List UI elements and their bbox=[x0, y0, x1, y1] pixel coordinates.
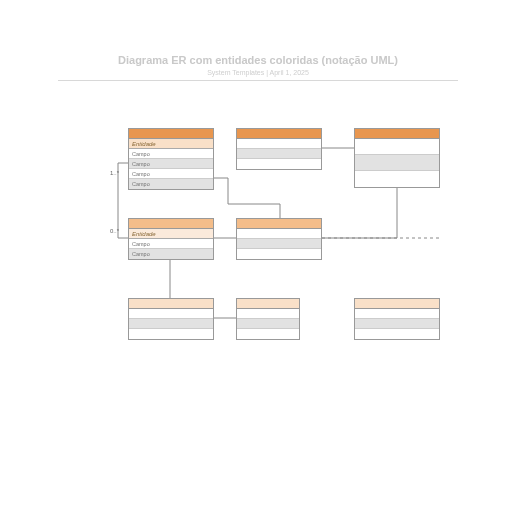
entity-header bbox=[129, 299, 213, 309]
entity-box-2[interactable] bbox=[236, 128, 322, 170]
entity-box-5[interactable] bbox=[236, 218, 322, 260]
entity-header bbox=[129, 129, 213, 139]
entity-field bbox=[129, 329, 213, 339]
entity-box-4[interactable]: Entidade Campo Campo bbox=[128, 218, 214, 260]
entity-box-1[interactable]: Entidade Campo Campo Campo Campo bbox=[128, 128, 214, 190]
entity-box-7[interactable] bbox=[236, 298, 300, 340]
entity-header bbox=[355, 299, 439, 309]
entity-field: Campo bbox=[129, 159, 213, 169]
entity-header bbox=[129, 219, 213, 229]
entity-field bbox=[237, 149, 321, 159]
entity-field bbox=[355, 309, 439, 319]
entity-field bbox=[237, 329, 299, 339]
entity-box-6[interactable] bbox=[128, 298, 214, 340]
entity-field: Campo bbox=[129, 169, 213, 179]
multiplicity-label: 1..* bbox=[110, 170, 119, 176]
entity-field bbox=[237, 239, 321, 249]
entity-name: Entidade bbox=[129, 139, 213, 149]
multiplicity-label: 0..* bbox=[110, 228, 119, 234]
entity-field bbox=[237, 319, 299, 329]
entity-header bbox=[237, 129, 321, 139]
entity-header bbox=[355, 129, 439, 139]
entity-field: Campo bbox=[129, 149, 213, 159]
entity-header bbox=[237, 219, 321, 229]
entity-field bbox=[237, 159, 321, 169]
entity-field bbox=[237, 309, 299, 319]
entity-field bbox=[237, 139, 321, 149]
diagram-canvas: 1..* 0..* Entidade Campo Campo Campo Cam… bbox=[0, 0, 516, 516]
entity-field: Campo bbox=[129, 249, 213, 259]
entity-field bbox=[237, 249, 321, 259]
entity-field bbox=[129, 319, 213, 329]
entity-box-8[interactable] bbox=[354, 298, 440, 340]
entity-field bbox=[129, 309, 213, 319]
entity-name: Entidade bbox=[129, 229, 213, 239]
entity-header bbox=[237, 299, 299, 309]
entity-field bbox=[355, 155, 439, 171]
entity-field bbox=[355, 139, 439, 155]
entity-field bbox=[355, 171, 439, 187]
entity-field: Campo bbox=[129, 179, 213, 189]
entity-field: Campo bbox=[129, 239, 213, 249]
entity-field bbox=[355, 329, 439, 339]
entity-field bbox=[355, 319, 439, 329]
entity-field bbox=[237, 229, 321, 239]
entity-box-3[interactable] bbox=[354, 128, 440, 188]
